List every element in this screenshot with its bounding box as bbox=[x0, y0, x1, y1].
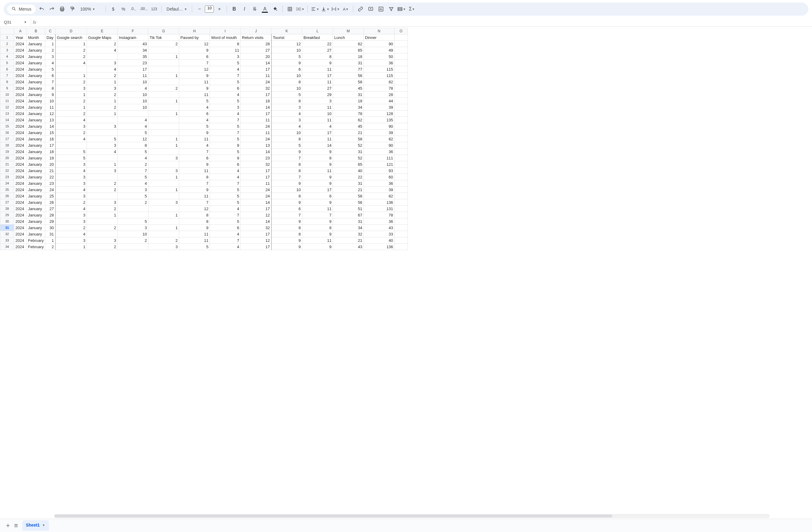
cell[interactable]: 11 bbox=[179, 168, 210, 174]
spreadsheet-grid[interactable]: ABCDEFGHIJKLMNO1YearMonthDayGoogle searc… bbox=[0, 28, 812, 519]
column-header[interactable]: E bbox=[87, 28, 118, 34]
cell[interactable]: 14 bbox=[45, 123, 56, 129]
cell[interactable]: 2024 bbox=[14, 225, 27, 231]
cell[interactable]: 2024 bbox=[14, 66, 27, 72]
zoom-select[interactable]: 100%▼ bbox=[78, 6, 103, 12]
cell[interactable]: 6 bbox=[210, 85, 241, 92]
cell[interactable]: 24 bbox=[241, 123, 272, 129]
cell[interactable]: 1 bbox=[87, 98, 118, 104]
cell[interactable]: Google search bbox=[56, 34, 87, 41]
cell[interactable]: Breakfast bbox=[302, 34, 333, 41]
cell[interactable]: January bbox=[27, 142, 45, 149]
print-button[interactable] bbox=[58, 5, 67, 13]
cell[interactable]: 2024 bbox=[14, 237, 27, 244]
cell[interactable]: 131 bbox=[364, 206, 394, 212]
cell[interactable]: 58 bbox=[333, 193, 364, 199]
cell[interactable]: 3 bbox=[87, 142, 118, 149]
cell[interactable]: 3 bbox=[87, 123, 118, 129]
cell[interactable] bbox=[118, 111, 148, 117]
cell[interactable]: 29 bbox=[45, 218, 56, 225]
cell[interactable]: 8 bbox=[272, 231, 302, 237]
cell[interactable]: 9 bbox=[179, 161, 210, 168]
cell[interactable]: 62 bbox=[333, 117, 364, 123]
cell[interactable]: 11 bbox=[302, 168, 333, 174]
cell[interactable]: 4 bbox=[118, 85, 148, 92]
cell[interactable]: 17 bbox=[302, 186, 333, 193]
cell[interactable] bbox=[394, 66, 408, 72]
row-header[interactable]: 4 bbox=[0, 54, 14, 60]
cell[interactable]: 2024 bbox=[14, 206, 27, 212]
cell[interactable]: 2024 bbox=[14, 142, 27, 149]
cell[interactable]: 26 bbox=[45, 199, 56, 206]
horizontal-align-button[interactable]: ▼ bbox=[311, 5, 319, 13]
cell[interactable]: 8 bbox=[272, 225, 302, 231]
cell[interactable] bbox=[118, 212, 148, 218]
cell[interactable]: 25 bbox=[45, 193, 56, 199]
cell[interactable]: 7 bbox=[210, 212, 241, 218]
cell[interactable]: 4 bbox=[179, 117, 210, 123]
cell[interactable]: 12 bbox=[241, 212, 272, 218]
cell[interactable]: 22 bbox=[45, 174, 56, 180]
cell[interactable]: 1 bbox=[56, 244, 87, 250]
cell[interactable]: 9 bbox=[302, 149, 333, 155]
cell[interactable]: 90 bbox=[364, 41, 394, 47]
cell[interactable]: 2 bbox=[45, 244, 56, 250]
cell[interactable]: 5 bbox=[272, 142, 302, 149]
cell[interactable]: 3 bbox=[45, 54, 56, 60]
cell[interactable] bbox=[394, 98, 408, 104]
cell[interactable]: 5 bbox=[118, 218, 148, 225]
row-header[interactable]: 20 bbox=[0, 155, 14, 161]
cell[interactable]: January bbox=[27, 41, 45, 47]
cell[interactable]: 1 bbox=[56, 41, 87, 47]
cell[interactable]: 31 bbox=[45, 231, 56, 237]
cell[interactable]: 7 bbox=[272, 155, 302, 161]
cell[interactable]: 5 bbox=[179, 244, 210, 250]
cell[interactable] bbox=[148, 79, 179, 85]
cell[interactable]: Instagram bbox=[118, 34, 148, 41]
cell[interactable]: 7 bbox=[118, 168, 148, 174]
cell[interactable]: 10 bbox=[45, 98, 56, 104]
cell[interactable]: 4 bbox=[87, 149, 118, 155]
name-box[interactable]: Q31 ▼ bbox=[2, 19, 29, 25]
cell[interactable]: Dinner bbox=[364, 34, 394, 41]
table-view-button[interactable]: ▼ bbox=[397, 5, 406, 13]
column-header[interactable]: L bbox=[302, 28, 333, 34]
cell[interactable] bbox=[148, 123, 179, 129]
cell[interactable]: 9 bbox=[179, 129, 210, 136]
cell[interactable]: 3 bbox=[148, 155, 179, 161]
cell[interactable]: 17 bbox=[241, 206, 272, 212]
row-header[interactable]: 6 bbox=[0, 66, 14, 72]
cell[interactable]: 52 bbox=[333, 155, 364, 161]
cell[interactable] bbox=[394, 85, 408, 92]
cell[interactable]: 78 bbox=[333, 111, 364, 117]
cell[interactable]: 9 bbox=[302, 244, 333, 250]
cell[interactable]: 13 bbox=[241, 142, 272, 149]
cell[interactable]: January bbox=[27, 47, 45, 54]
add-sheet-button[interactable]: + bbox=[6, 522, 10, 530]
cell[interactable]: 5 bbox=[118, 129, 148, 136]
cell[interactable]: 5 bbox=[118, 193, 148, 199]
cell[interactable] bbox=[148, 218, 179, 225]
cell[interactable]: 1 bbox=[148, 98, 179, 104]
cell[interactable] bbox=[394, 136, 408, 142]
cell[interactable]: 10 bbox=[302, 111, 333, 117]
cell[interactable]: 17 bbox=[241, 174, 272, 180]
cell[interactable]: 5 bbox=[87, 136, 118, 142]
cell[interactable]: 9 bbox=[210, 155, 241, 161]
cell[interactable]: 30 bbox=[45, 225, 56, 231]
cell[interactable]: 24 bbox=[241, 193, 272, 199]
cell[interactable]: 5 bbox=[118, 174, 148, 180]
cell[interactable]: 52 bbox=[333, 142, 364, 149]
cell[interactable]: 90 bbox=[364, 142, 394, 149]
more-formats-button[interactable]: 123 bbox=[150, 5, 158, 13]
cell[interactable]: 31 bbox=[333, 218, 364, 225]
cell[interactable]: January bbox=[27, 180, 45, 186]
row-header[interactable]: 25 bbox=[0, 186, 14, 193]
cell[interactable]: 12 bbox=[45, 111, 56, 117]
cell[interactable]: 23 bbox=[241, 155, 272, 161]
cell[interactable]: 2024 bbox=[14, 155, 27, 161]
row-header[interactable]: 27 bbox=[0, 199, 14, 206]
cell[interactable]: 5 bbox=[56, 155, 87, 161]
cell[interactable]: 14 bbox=[241, 104, 272, 111]
cell[interactable]: 7 bbox=[210, 129, 241, 136]
